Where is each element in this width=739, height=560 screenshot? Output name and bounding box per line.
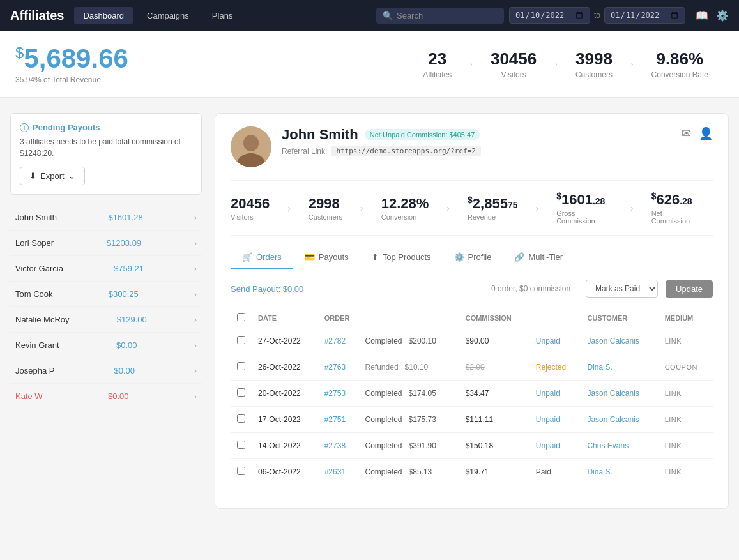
order-link[interactable]: #2738: [324, 441, 346, 450]
orders-table: DATE ORDER COMMISSION CUSTOMER MEDIUM 27…: [231, 308, 713, 485]
affiliate-amount: $0.00: [114, 366, 135, 375]
affiliate-item-kevin-grant[interactable]: Kevin Grant $0.00 ›: [10, 333, 202, 358]
affiliate-item-john-smith[interactable]: John Smith $1601.28 ›: [10, 205, 202, 231]
order-link[interactable]: #2753: [324, 389, 346, 398]
arrow-icon-3: ›: [628, 59, 636, 69]
update-button[interactable]: Update: [666, 280, 713, 298]
mark-paid-select[interactable]: Mark as Paid: [586, 280, 658, 298]
affiliate-item-kate-w[interactable]: Kate W $0.00 ›: [10, 384, 202, 409]
medium: LINK: [659, 459, 713, 485]
payment-status: Unpaid: [529, 328, 581, 354]
nav-dashboard[interactable]: Dashboard: [74, 7, 133, 24]
email-icon[interactable]: ✉: [682, 126, 691, 140]
tab-multi-tier[interactable]: 🔗 Multi-Tier: [503, 246, 574, 269]
chevron-right-icon: ›: [194, 367, 197, 375]
revenue-stat-label: Revenue: [468, 213, 517, 221]
pending-payouts-card: i Pending Payouts 3 affiliates needs to …: [10, 113, 202, 195]
payouts-icon: 💳: [305, 252, 315, 262]
customer-link[interactable]: Jason Calcanis: [587, 337, 639, 345]
affiliate-item-victor-garcia[interactable]: Victor Garcia $759.21 ›: [10, 256, 202, 282]
commission-amount: $34.47: [459, 381, 529, 407]
download-icon: ⬇: [29, 171, 36, 181]
user-icon[interactable]: 👤: [699, 126, 713, 140]
affiliate-name: Lori Soper: [15, 238, 54, 248]
net-commission-badge: Net Unpaid Commission: $405.47: [365, 129, 480, 140]
row-checkbox-cell: [231, 354, 252, 381]
row-checkbox[interactable]: [237, 414, 245, 423]
row-checkbox[interactable]: [237, 467, 245, 475]
order-link[interactable]: #2631: [324, 467, 346, 476]
affiliate-item-lori-soper[interactable]: Lori Soper $1208.09 ›: [10, 231, 202, 256]
order-date: 27-Oct-2022: [252, 328, 318, 354]
affiliate-item-tom-cook[interactable]: Tom Cook $300.25 ›: [10, 282, 202, 307]
order-link[interactable]: #2763: [324, 363, 346, 372]
right-panel: John Smith Net Unpaid Commission: $405.4…: [215, 113, 729, 540]
order-status: Completed $175.73: [359, 407, 459, 433]
row-checkbox[interactable]: [237, 362, 245, 370]
gross-commission-stat: $1601.28: [556, 191, 613, 208]
info-icon: i: [20, 123, 29, 132]
date-from-input[interactable]: [509, 7, 590, 24]
date-to-input[interactable]: [604, 7, 685, 24]
affiliate-item-josepha-p[interactable]: Josepha P $0.00 ›: [10, 358, 202, 384]
revenue-stat-value: 2,855: [473, 195, 508, 211]
settings-icon[interactable]: ⚙️: [716, 10, 729, 22]
customer-link[interactable]: Jason Calcanis: [587, 389, 639, 398]
stat-visitors: 20456 Visitors: [231, 195, 282, 221]
export-button[interactable]: ⬇ Export ⌄: [20, 167, 85, 185]
customers-count: 3998: [575, 49, 613, 69]
nav-icons: 📖 ⚙️: [696, 10, 729, 22]
send-payout-link[interactable]: Send Payout: $0.00: [231, 284, 303, 294]
search-input[interactable]: [397, 11, 498, 20]
visitors-count: 30456: [491, 49, 537, 69]
net-commission-stat: $626.28: [651, 191, 700, 208]
row-checkbox[interactable]: [237, 441, 245, 449]
visitors-label: Visitors: [491, 70, 537, 79]
referral-link-label: Referral Link:: [282, 147, 327, 156]
payouts-tab-label: Payouts: [319, 252, 349, 262]
order-link[interactable]: #2782: [324, 337, 346, 345]
visitors-stat-label: Visitors: [231, 213, 270, 221]
order-header: ORDER: [318, 308, 459, 328]
row-checkbox[interactable]: [237, 336, 245, 344]
tab-top-products[interactable]: ⬆ Top Products: [360, 246, 443, 269]
revenue-subtitle: 35.94% of Total Revenue: [15, 75, 128, 84]
revenue-value: 5,689.66: [24, 43, 128, 73]
affiliate-amount: $0.00: [116, 340, 137, 350]
payment-status: Unpaid: [529, 433, 581, 459]
arrow-icon-2: ›: [552, 59, 560, 69]
affiliate-item-natalie-mcroy[interactable]: Natalie McRoy $129.00 ›: [10, 307, 202, 333]
table-header: DATE ORDER COMMISSION CUSTOMER MEDIUM: [231, 308, 713, 328]
orders-icon: 🛒: [242, 252, 252, 262]
order-date: 06-Oct-2022: [252, 459, 318, 485]
arrow-icon: ›: [530, 203, 544, 213]
nav-plans[interactable]: Plans: [203, 7, 242, 24]
tab-orders[interactable]: 🛒 Orders: [231, 246, 293, 269]
revenue-decimal: 75: [508, 200, 518, 210]
nav-campaigns[interactable]: Campaigns: [138, 7, 198, 24]
customer-link[interactable]: Jason Calcanis: [587, 415, 639, 424]
customer-link[interactable]: Chris Evans: [587, 441, 629, 450]
table-row: 14-Oct-2022 #2738 Completed $391.90 $150…: [231, 433, 713, 459]
medium: LINK: [659, 407, 713, 433]
orders-toolbar: Send Payout: $0.00 0 order, $0 commissio…: [231, 280, 713, 298]
row-checkbox[interactable]: [237, 388, 245, 397]
book-icon[interactable]: 📖: [696, 10, 708, 22]
select-all-checkbox[interactable]: [237, 313, 245, 321]
order-id: #2782: [318, 328, 359, 354]
tab-profile[interactable]: ⚙️ Profile: [443, 246, 503, 269]
referral-link-row: Referral Link: https://demo.storeapps.or…: [282, 146, 682, 156]
customer-link[interactable]: Dina S.: [587, 467, 612, 476]
referral-url: https://demo.storeapps.org/?ref=2: [331, 146, 481, 156]
affiliate-name: Kate W: [15, 391, 43, 401]
stat-revenue: $2,85575 Revenue: [455, 195, 530, 221]
customer-link[interactable]: Dina S.: [587, 363, 612, 372]
customer-name: Chris Evans: [581, 433, 658, 459]
order-link[interactable]: #2751: [324, 415, 346, 424]
summary-bar: $5,689.66 35.94% of Total Revenue 23 Aff…: [0, 31, 739, 98]
arrow-icon-1: ›: [467, 59, 475, 69]
tab-payouts[interactable]: 💳 Payouts: [293, 246, 360, 269]
affiliate-amount: $1601.28: [108, 213, 142, 222]
affiliates-count: 23: [423, 49, 452, 69]
chevron-right-icon: ›: [194, 315, 197, 324]
